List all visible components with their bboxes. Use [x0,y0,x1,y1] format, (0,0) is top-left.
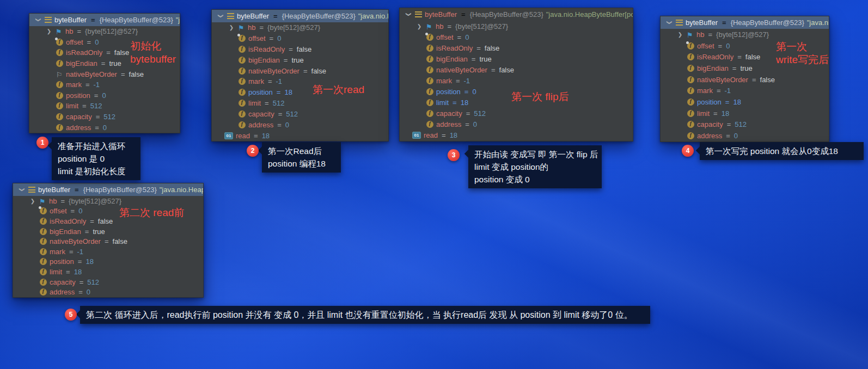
variables-menu-icon[interactable] [676,20,683,26]
variable-name: hb [248,23,255,32]
field-icon [40,228,47,235]
variable-name: isReadOnly [697,53,733,61]
variable-row[interactable]: nativeByteOrder=false [29,69,180,79]
variable-root-row[interactable]: byteBuffer={HeapByteBuffer@523} "java.ni… [661,16,829,29]
variable-row[interactable]: hb={byte[512]@527} [13,196,203,206]
variable-row[interactable]: offset=0 [212,33,388,44]
variable-root-row[interactable]: byteBuffer={HeapByteBuffer@523} "java.ni… [13,183,203,196]
variable-row[interactable]: read=18 [400,130,633,141]
variable-row[interactable]: position=18 [661,96,829,108]
variable-row[interactable]: address=0 [400,119,633,130]
variable-row[interactable]: nativeByteOrder=false [400,64,633,75]
variable-reference: {HeapByteBuffer@523} [282,12,356,20]
variable-row[interactable]: capacity=512 [400,108,633,119]
variable-row[interactable]: offset=0 [400,32,633,42]
variable-row[interactable]: position=18 [13,257,203,267]
variable-value: {byte[512]@527} [69,197,121,205]
variable-row[interactable]: nativeByteOrder=false [13,236,203,247]
equals-sign: = [91,16,95,24]
variable-row[interactable]: bigEndian=true [212,54,388,65]
equals-sign: = [87,38,91,46]
variable-name: read [236,132,250,140]
variable-row[interactable]: hb={byte[512]@527} [212,22,388,33]
variable-root-row[interactable]: byteBuffer={HeapByteBuffer@523} "java.ni… [212,10,388,22]
field-icon [687,76,694,83]
chevron-down-icon[interactable] [18,187,26,193]
variable-row[interactable]: capacity=512 [212,109,388,120]
variable-row[interactable]: read=18 [212,130,388,141]
chevron-down-icon[interactable] [34,17,42,23]
chevron-right-icon[interactable] [415,23,423,29]
equals-sign: = [303,67,308,75]
equals-sign: = [726,132,730,140]
equals-sign: = [106,48,111,57]
variable-name: isReadOnly [436,44,473,52]
chevron-right-icon[interactable] [45,28,53,34]
field-icon [426,110,433,117]
chevron-down-icon[interactable] [217,13,224,19]
variable-row[interactable]: position=0 [29,90,180,101]
variable-row[interactable]: mark=-1 [661,85,829,97]
variable-row[interactable]: limit=18 [661,108,829,119]
variable-row[interactable]: bigEndian=true [13,226,203,237]
desktop: { "ui": { "equals": "=" }, "colors": { "… [0,0,868,369]
variable-row[interactable]: nativeByteOrder=false [661,74,829,85]
chevron-down-icon[interactable] [665,20,673,26]
variable-value: 512 [90,102,102,110]
variable-row[interactable]: address=0 [212,119,388,130]
red-annotation-label: 第二次 read前 [119,206,184,219]
chevron-right-icon[interactable] [29,198,36,204]
variable-row[interactable]: limit=18 [13,267,203,277]
equals-sign: = [105,237,109,245]
variable-row[interactable]: isReadOnly=false [400,42,633,53]
variable-value: -1 [463,77,470,85]
variable-name: hb [65,27,73,35]
variable-row[interactable]: mark=-1 [400,75,633,86]
variable-name: capacity [50,278,76,286]
variable-row[interactable]: address=0 [13,287,203,297]
field-icon [40,218,47,225]
variable-string-value: "java.nio.H [807,19,829,27]
variable-row[interactable]: hb={byte[512]@527} [29,26,180,37]
red-annotation-line: 第二次 read前 [119,206,184,219]
variable-row[interactable]: nativeByteOrder=false [212,65,388,76]
red-annotation-line: 第一次read [313,83,364,96]
variable-row[interactable]: bigEndian=true [400,53,633,64]
chevron-right-icon[interactable] [228,24,235,30]
variable-value: 18 [85,257,93,266]
variable-row[interactable]: hb={byte[512]@527} [661,29,829,40]
variable-row[interactable]: capacity=512 [661,119,829,131]
variable-row[interactable]: capacity=512 [13,277,203,287]
variable-row[interactable]: capacity=512 [29,112,180,122]
variable-row[interactable]: isReadOnly=false [212,44,388,55]
variables-menu-icon[interactable] [45,17,52,23]
variable-row[interactable]: limit=512 [29,101,180,112]
variable-value: false [114,48,129,57]
variable-value: 512 [87,278,99,286]
field-icon [56,92,63,99]
field-icon [40,279,47,286]
variables-menu-icon[interactable] [415,11,422,17]
field-icon [239,35,246,42]
equals-sign: = [273,12,278,20]
variable-row[interactable]: mark=-1 [29,79,180,90]
variable-row[interactable]: address=0 [29,122,180,133]
chevron-right-icon[interactable] [676,32,684,38]
callout-box: 开始由读 变成写 即 第一次 flip 后limit 变成 position的p… [468,145,602,188]
variable-root-row[interactable]: byteBuffer={HeapByteBuffer@523} "java [29,14,180,26]
equals-sign: = [71,207,75,215]
variable-row[interactable]: address=0 [661,130,829,142]
variables-menu-icon[interactable] [28,187,35,193]
variable-row[interactable]: limit=512 [212,98,388,109]
variable-value: -1 [276,77,282,85]
variable-reference: {HeapByteBuffer@523} [731,19,804,27]
variable-row[interactable]: mark=-1 [13,247,203,257]
variable-row[interactable]: hb={byte[512]@527} [400,21,633,32]
chevron-down-icon[interactable] [405,11,412,17]
variables-menu-icon[interactable] [227,13,234,19]
variable-name: nativeByteOrder [50,237,101,245]
field-icon [239,121,246,128]
variable-root-row[interactable]: byteBuffer={HeapByteBuffer@523} "java.ni… [400,8,633,21]
variable-value: 18 [461,99,468,107]
field-icon [56,102,63,109]
